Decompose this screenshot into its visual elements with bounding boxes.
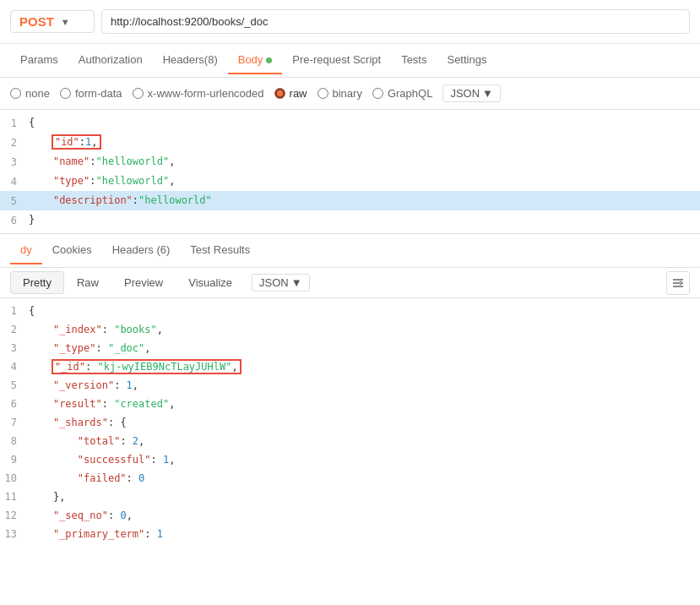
tab-params[interactable]: Params [10,46,68,74]
request-tabs: Params Authorization Headers(8) Body Pre… [0,44,700,78]
request-code-area: 1 { 2 "id":1, 3 "name":"helloworld", 4 "… [0,110,700,234]
resp-line-10: 10 "failed": 0 [0,469,700,488]
tab-settings[interactable]: Settings [437,46,497,74]
resp-line-8: 8 "total": 2, [0,432,700,450]
top-bar: POST ▼ [0,0,700,44]
resp-line-5: 5 "_version": 1, [0,376,700,395]
method-label: POST [19,14,54,29]
response-code-area: 1 { 2 "_index": "books", 3 "_type": "_do… [0,298,700,543]
req-line-6: 6 } [0,210,700,230]
tab-authorization[interactable]: Authorization [68,46,153,74]
format-urlencoded[interactable]: x-www-form-urlencoded [133,87,264,100]
resp-json-selector[interactable]: JSON ▼ [252,274,310,292]
tab-body[interactable]: Body [228,46,283,74]
wrap-lines-button[interactable] [666,271,690,295]
resp-tab-cookies[interactable]: Cookies [42,237,102,264]
resp-tab-headers[interactable]: Headers (6) [102,237,181,264]
json-type-selector[interactable]: JSON ▼ [442,84,501,102]
wrap-icon [671,276,685,290]
resp-fmt-preview[interactable]: Preview [111,271,176,294]
format-raw[interactable]: raw [274,87,307,100]
tab-pre-request-script[interactable]: Pre-request Script [282,46,391,74]
method-dropdown-arrow: ▼ [61,17,70,27]
format-graphql[interactable]: GraphQL [372,87,432,100]
tab-tests[interactable]: Tests [391,46,437,74]
json-selector-arrow: ▼ [482,87,493,100]
resp-line-1: 1 { [0,302,700,320]
tab-headers[interactable]: Headers(8) [153,46,228,74]
resp-line-12: 12 "_seq_no": 0, [0,506,700,525]
url-input[interactable] [101,9,690,34]
resp-fmt-pretty[interactable]: Pretty [10,271,64,294]
method-selector[interactable]: POST ▼ [10,10,95,33]
resp-line-11: 11 }, [0,488,700,506]
req-line-2: 2 "id":1, [0,133,700,152]
req-line-5: 5 "description":"helloworld" [0,191,700,210]
format-tabs: none form-data x-www-form-urlencoded raw… [0,78,700,110]
resp-tab-test-results[interactable]: Test Results [180,237,260,264]
resp-fmt-visualize[interactable]: Visualize [176,271,245,294]
format-none[interactable]: none [10,87,50,100]
resp-tab-body[interactable]: dy [10,237,42,264]
resp-line-4: 4 "_id": "kj-wyIEB9NcTLayJUHlW", [0,357,700,376]
resp-json-arrow: ▼ [291,276,302,289]
resp-line-3: 3 "_type": "_doc", [0,339,700,357]
req-line-4: 4 "type":"helloworld", [0,172,700,191]
resp-fmt-raw[interactable]: Raw [64,271,111,294]
resp-line-13: 13 "_primary_term": 1 [0,525,700,543]
req-line-1: 1 { [0,113,700,133]
resp-line-6: 6 "result": "created", [0,395,700,413]
format-form-data[interactable]: form-data [60,87,122,100]
format-binary[interactable]: binary [317,87,362,100]
body-active-dot [266,57,272,63]
req-line-3: 3 "name":"helloworld", [0,152,700,172]
response-tabs: dy Cookies Headers (6) Test Results [0,234,700,268]
resp-line-2: 2 "_index": "books", [0,320,700,339]
resp-line-7: 7 "_shards": { [0,413,700,432]
resp-line-9: 9 "successful": 1, [0,450,700,469]
response-format-bar: Pretty Raw Preview Visualize JSON ▼ [0,268,700,298]
